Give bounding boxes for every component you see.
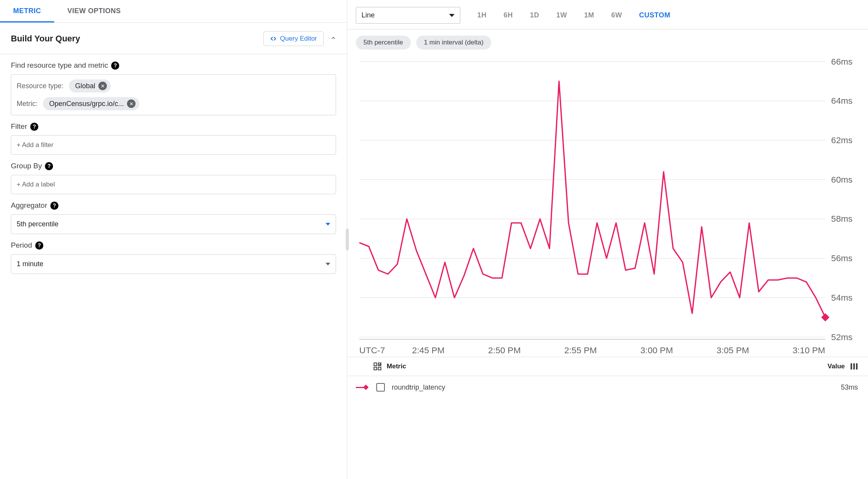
period-value: 1 minute [17,260,43,268]
chart-type-value: Line [362,11,375,19]
series-swatch-icon [356,385,368,389]
caret-down-icon [326,263,330,265]
time-range-1d[interactable]: 1D [521,7,548,23]
series-name: roundtrip_latency [392,383,445,392]
tab-view-options[interactable]: VIEW OPTIONS [54,0,134,22]
app-root: METRIC VIEW OPTIONS Build Your Query Que… [0,0,868,479]
chart-type-select[interactable]: Line [356,7,460,24]
time-range-1w[interactable]: 1W [548,7,576,23]
svg-text:62ms: 62ms [831,135,853,145]
resource-metric-box[interactable]: Resource type: Global ✕ Metric: OpenCens… [11,74,336,115]
svg-text:52ms: 52ms [831,332,853,342]
code-icon [270,35,277,42]
svg-text:2:55 PM: 2:55 PM [564,346,597,355]
metric-label: Metric: [17,100,38,108]
find-metric-text: Find resource type and metric [11,61,108,70]
chart-area[interactable]: 52ms54ms56ms58ms60ms62ms64ms66msUTC-72:4… [347,52,868,357]
aggregator-label-text: Aggregator [11,201,47,210]
svg-text:3:00 PM: 3:00 PM [640,346,673,355]
group-by-input[interactable]: + Add a label [11,175,336,194]
time-range-custom[interactable]: CUSTOM [631,7,679,23]
remove-resource-type-icon[interactable]: ✕ [98,82,107,90]
line-chart: 52ms54ms56ms58ms60ms62ms64ms66msUTC-72:4… [356,53,858,357]
chart-pill: 1 min interval (delta) [416,36,491,50]
query-builder-panel: METRIC VIEW OPTIONS Build Your Query Que… [0,0,347,479]
series-visibility-checkbox[interactable] [376,383,385,392]
find-metric-label: Find resource type and metric ? [11,61,336,70]
filter-label: Filter ? [11,122,336,131]
svg-text:2:45 PM: 2:45 PM [412,346,444,355]
query-editor-button[interactable]: Query Editor [263,31,323,46]
query-editor-label: Query Editor [280,35,317,43]
time-range-6w[interactable]: 6W [603,7,631,23]
metric-chip-text: OpenCensus/grpc.io/c... [49,100,124,108]
resource-type-chip[interactable]: Global ✕ [69,79,111,92]
metric-chip[interactable]: OpenCensus/grpc.io/c... ✕ [43,97,139,110]
section-title: Build Your Query [11,34,80,44]
svg-text:56ms: 56ms [831,253,853,263]
resource-type-chip-text: Global [75,82,95,90]
help-icon[interactable]: ? [30,123,38,131]
help-icon[interactable]: ? [45,162,53,170]
tab-metric[interactable]: METRIC [0,0,54,22]
svg-rect-31 [856,363,858,370]
svg-text:60ms: 60ms [831,175,853,185]
aggregator-select[interactable]: 5th percentile [11,214,336,234]
section-collapse-toggle[interactable] [331,35,336,42]
chevron-up-icon [331,35,336,41]
time-range-picker: 1H6H1D1W1M6WCUSTOM [469,7,858,23]
filter-label-text: Filter [11,122,27,131]
group-by-label: Group By ? [11,162,336,170]
aggregator-label: Aggregator ? [11,201,336,210]
svg-text:3:05 PM: 3:05 PM [716,346,749,355]
remove-metric-icon[interactable]: ✕ [127,99,136,108]
legend-metric-header: Metric [387,363,406,370]
time-range-1m[interactable]: 1M [576,7,603,23]
svg-rect-24 [821,313,829,322]
caret-down-icon [326,223,330,226]
svg-text:64ms: 64ms [831,96,853,106]
left-tabs: METRIC VIEW OPTIONS [0,0,347,23]
svg-rect-27 [374,367,377,370]
legend-view-grid-icon[interactable] [374,363,381,370]
chart-panel: Line 1H6H1D1W1M6WCUSTOM 5th percentile1 … [347,0,868,479]
svg-rect-30 [853,363,855,370]
svg-text:3:10 PM: 3:10 PM [793,346,825,355]
svg-rect-25 [374,363,377,366]
help-icon[interactable]: ? [50,202,58,210]
section-header: Build Your Query Query Editor [0,23,347,54]
time-range-1h[interactable]: 1H [469,7,495,23]
svg-text:66ms: 66ms [831,57,853,67]
metric-row: Metric: OpenCensus/grpc.io/c... ✕ [17,97,330,110]
resource-type-label: Resource type: [17,82,63,90]
resource-type-row: Resource type: Global ✕ [17,79,330,92]
period-label: Period ? [11,241,336,250]
legend-columns-icon[interactable] [850,363,858,370]
svg-text:54ms: 54ms [831,293,853,303]
svg-rect-29 [851,363,852,370]
svg-text:58ms: 58ms [831,214,853,224]
series-value: 53ms [841,383,858,392]
svg-text:UTC-7: UTC-7 [359,346,385,355]
aggregator-value: 5th percentile [17,220,58,228]
legend-value-header: Value [828,363,845,370]
chart-summary-pills: 5th percentile1 min interval (delta) [347,29,868,52]
form-body: Find resource type and metric ? Resource… [0,54,347,479]
caret-down-icon [449,14,455,17]
period-label-text: Period [11,241,32,250]
help-icon[interactable]: ? [35,241,43,250]
chart-top-controls: Line 1H6H1D1W1M6WCUSTOM [347,0,868,29]
legend-header: Metric Value [347,357,868,376]
legend-row[interactable]: roundtrip_latency 53ms [347,376,868,399]
svg-text:2:50 PM: 2:50 PM [488,346,521,355]
help-icon[interactable]: ? [111,62,119,70]
legend-area: Metric Value roundtrip_latency 53ms [347,357,868,399]
group-by-label-text: Group By [11,162,42,170]
time-range-6h[interactable]: 6H [495,7,521,23]
svg-rect-28 [378,367,381,370]
period-select[interactable]: 1 minute [11,254,336,274]
filter-input[interactable]: + Add a filter [11,135,336,155]
chart-pill: 5th percentile [356,36,411,50]
